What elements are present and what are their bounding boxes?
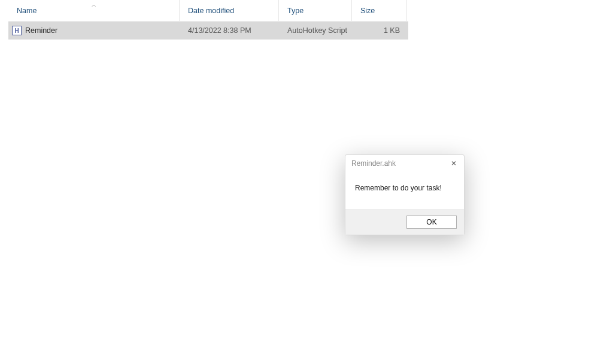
column-header-date[interactable]: Date modified <box>180 0 279 21</box>
file-list: Name ︿ Date modified Type Size H Reminde… <box>8 0 408 40</box>
column-headers: Name ︿ Date modified Type Size <box>8 0 408 22</box>
message-dialog: Reminder.ahk ✕ Remember to do your task!… <box>345 154 465 235</box>
ok-button[interactable]: OK <box>406 216 457 229</box>
column-header-type[interactable]: Type <box>279 0 352 21</box>
close-icon[interactable]: ✕ <box>448 158 459 169</box>
file-name-text: Reminder <box>25 26 57 35</box>
file-size-cell: 1 KB <box>352 26 407 35</box>
autohotkey-file-icon: H <box>12 26 22 35</box>
file-date-cell: 4/13/2022 8:38 PM <box>180 26 279 35</box>
dialog-footer: OK <box>345 209 464 235</box>
column-header-name-label: Name <box>17 7 37 15</box>
column-header-name[interactable]: Name ︿ <box>8 0 180 21</box>
column-header-size-label: Size <box>360 7 375 15</box>
column-header-size[interactable]: Size <box>352 0 407 21</box>
column-header-type-label: Type <box>287 7 304 15</box>
column-header-date-label: Date modified <box>188 7 234 15</box>
dialog-title: Reminder.ahk <box>351 159 396 168</box>
file-type-cell: AutoHotkey Script <box>279 26 352 35</box>
file-row[interactable]: H Reminder 4/13/2022 8:38 PM AutoHotkey … <box>8 22 408 40</box>
dialog-titlebar[interactable]: Reminder.ahk ✕ <box>345 155 464 172</box>
dialog-message: Remember to do your task! <box>345 172 464 209</box>
sort-ascending-icon: ︿ <box>92 2 96 8</box>
file-name-cell: H Reminder <box>8 26 180 35</box>
